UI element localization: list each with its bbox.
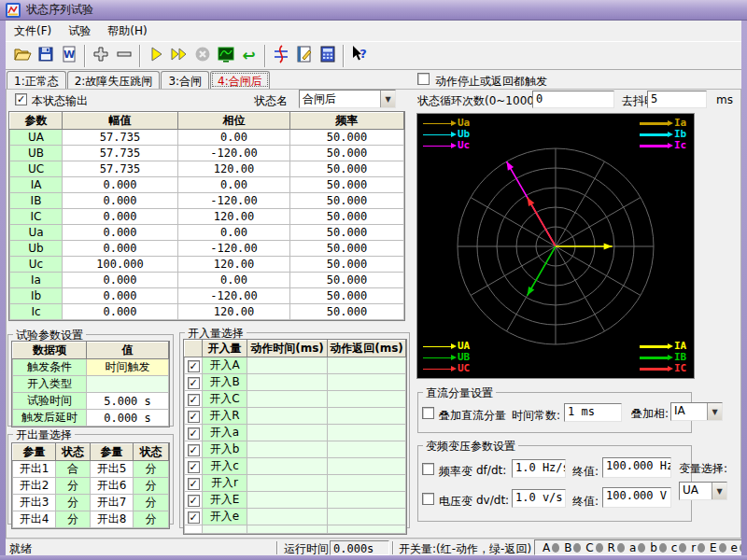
value-cell[interactable]: 50.000 — [290, 273, 404, 288]
value-cell[interactable]: 120.00 — [178, 209, 290, 225]
input-row-checkbox[interactable] — [188, 427, 200, 440]
status-cell[interactable]: 分 — [134, 461, 169, 478]
value-cell[interactable]: 50.000 — [290, 146, 404, 161]
dvdt-input[interactable]: 1.0 v/s — [512, 489, 566, 508]
value-cell[interactable]: -120.00 — [178, 146, 290, 161]
add-state-button[interactable] — [89, 44, 112, 68]
state-name-select[interactable]: 合闸后 ▼ — [299, 90, 396, 108]
act-time-cell[interactable] — [247, 391, 328, 408]
trigger-mode-checkbox[interactable] — [417, 73, 430, 85]
ret-time-cell[interactable] — [328, 441, 406, 458]
act-time-cell[interactable] — [247, 458, 328, 475]
value-cell[interactable]: 120.00 — [178, 257, 290, 273]
value-cell[interactable]: 50.000 — [290, 225, 404, 241]
ret-time-cell[interactable] — [328, 492, 406, 509]
title-bar[interactable]: 状态序列试验 — [0, 0, 747, 21]
dfdt-input[interactable]: 1.0 Hz/s — [512, 459, 566, 478]
status-cell[interactable]: 合 — [56, 461, 91, 478]
act-time-cell[interactable] — [247, 509, 328, 525]
export-word-button[interactable]: W — [57, 44, 80, 68]
chevron-down-icon[interactable]: ▼ — [380, 91, 395, 107]
report-button[interactable] — [292, 44, 316, 68]
volt-change-checkbox[interactable] — [422, 493, 434, 505]
act-time-cell[interactable] — [247, 357, 328, 374]
value-cell[interactable]: -120.00 — [178, 288, 290, 304]
value-cell[interactable]: 120.00 — [178, 161, 290, 177]
input-row-checkbox[interactable] — [188, 444, 200, 456]
var-select[interactable]: UA ▼ — [679, 482, 727, 500]
input-row-checkbox[interactable] — [188, 394, 200, 406]
dc-tc-input[interactable]: 1 ms — [564, 403, 622, 422]
act-time-cell[interactable] — [247, 408, 328, 425]
menu-item-1[interactable]: 试验 — [60, 21, 99, 41]
loop-count-input[interactable]: 0 — [532, 91, 614, 108]
value-cell[interactable]: 50.000 — [290, 177, 404, 193]
status-cell[interactable]: 分 — [134, 511, 169, 528]
help-button[interactable]: ? — [347, 44, 371, 68]
value-cell[interactable]: 50.000 — [290, 161, 404, 177]
chevron-down-icon[interactable]: ▼ — [712, 483, 726, 499]
stop-button[interactable] — [190, 44, 214, 68]
value-cell[interactable]: -120.00 — [178, 193, 290, 209]
save-button[interactable] — [34, 44, 57, 68]
value-cell[interactable]: 0.000 — [63, 288, 178, 304]
status-cell[interactable]: 分 — [134, 495, 169, 511]
input-row-checkbox[interactable] — [188, 360, 200, 372]
value-cell[interactable]: 0.000 — [63, 304, 178, 320]
value-cell[interactable] — [87, 376, 169, 393]
status-cell[interactable]: 分 — [134, 478, 169, 495]
value-cell[interactable]: 0.000 s — [87, 410, 169, 427]
freq-end-input[interactable]: 100.000 Hz — [602, 457, 671, 478]
debounce-input[interactable]: 5 — [647, 91, 707, 108]
input-row-checkbox[interactable] — [188, 478, 200, 490]
value-cell[interactable]: 120.00 — [178, 304, 290, 320]
act-time-cell[interactable] — [247, 441, 328, 458]
tab-4[interactable]: 4:合闸后 — [210, 71, 270, 89]
input-row-checkbox[interactable] — [188, 411, 200, 423]
input-row-checkbox[interactable] — [188, 461, 200, 473]
tab-3[interactable]: 3:合闸 — [161, 71, 209, 89]
act-time-cell[interactable] — [247, 475, 328, 492]
freq-change-checkbox[interactable] — [422, 463, 434, 475]
value-cell[interactable]: 50.000 — [290, 130, 404, 146]
run-button[interactable] — [144, 44, 167, 68]
status-cell[interactable]: 分 — [56, 495, 91, 511]
ret-time-cell[interactable] — [328, 509, 406, 525]
ret-time-cell[interactable] — [328, 408, 406, 425]
input-row-checkbox[interactable] — [188, 495, 200, 507]
dc-phase-select[interactable]: IA ▼ — [670, 402, 723, 421]
run-continuous-button[interactable] — [167, 44, 190, 68]
value-cell[interactable]: 时间触发 — [87, 359, 169, 376]
volt-end-input[interactable]: 100.000 V — [602, 487, 671, 508]
chevron-down-icon[interactable]: ▼ — [707, 403, 722, 420]
value-cell[interactable]: 0.00 — [178, 273, 290, 288]
tab-1[interactable]: 1:正常态 — [7, 71, 66, 89]
value-cell[interactable]: 0.00 — [178, 177, 290, 193]
status-cell[interactable]: 分 — [56, 511, 91, 528]
value-cell[interactable]: 57.735 — [63, 161, 178, 177]
value-cell[interactable]: 0.00 — [178, 225, 290, 241]
ret-time-cell[interactable] — [328, 425, 406, 441]
value-cell[interactable]: 0.000 — [63, 225, 178, 241]
value-cell[interactable]: 50.000 — [290, 288, 404, 304]
calculator-button[interactable] — [316, 44, 339, 68]
value-cell[interactable]: 0.000 — [63, 241, 178, 257]
value-cell[interactable]: 50.000 — [290, 193, 404, 209]
value-cell[interactable]: 50.000 — [290, 304, 404, 320]
act-time-cell[interactable] — [247, 425, 328, 441]
value-cell[interactable]: 57.735 — [63, 146, 178, 161]
menu-item-0[interactable]: 文件(F) — [6, 21, 60, 41]
dc-superpose-checkbox[interactable] — [422, 407, 434, 419]
value-cell[interactable]: 0.000 — [63, 193, 178, 209]
value-cell[interactable]: 50.000 — [290, 257, 404, 273]
undo-button[interactable]: ↩ — [237, 44, 261, 68]
tab-2[interactable]: 2:故障失压跳闸 — [67, 71, 161, 89]
ret-time-cell[interactable] — [328, 374, 406, 391]
ret-time-cell[interactable] — [328, 458, 406, 475]
value-cell[interactable]: -120.00 — [178, 241, 290, 257]
state-output-checkbox[interactable] — [15, 93, 27, 105]
ret-time-cell[interactable] — [328, 475, 406, 492]
value-cell[interactable]: 0.000 — [63, 177, 178, 193]
open-button[interactable] — [10, 44, 34, 68]
act-time-cell[interactable] — [247, 374, 328, 391]
